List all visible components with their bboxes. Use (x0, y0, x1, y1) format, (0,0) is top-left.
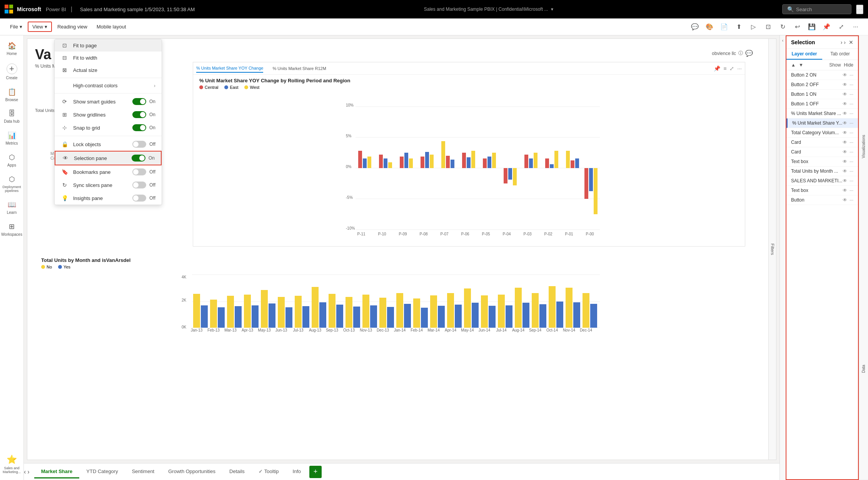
selection-pane-toggle[interactable] (132, 155, 145, 162)
sidebar-item-datahub[interactable]: 🗄 Data hub (1, 107, 23, 127)
row-more-icon[interactable]: ··· (850, 92, 853, 97)
visibility-icon[interactable]: 👁 (843, 197, 847, 203)
fit-icon-button[interactable]: ⊡ (762, 21, 774, 33)
menu-fit-to-width[interactable]: ⊟ Fit to width (55, 52, 162, 64)
menu-high-contrast[interactable]: High-contrast colors › (55, 80, 162, 92)
format-icon-button[interactable]: 📄 (718, 21, 730, 33)
selection-row-btn1off[interactable]: Button 1 OFF 👁 ··· (786, 99, 858, 109)
visibility-icon[interactable]: 👁 (843, 130, 847, 135)
tab-next-button[interactable]: › (27, 468, 29, 475)
row-more-icon[interactable]: ··· (850, 168, 853, 174)
menu-sync-slicers[interactable]: ↻ Sync slicers pane Off (55, 178, 162, 192)
sidebar-item-sales[interactable]: ⭐ Sales and Marketing... (1, 452, 23, 477)
row-more-icon[interactable]: ··· (850, 72, 853, 78)
row-more-icon[interactable]: ··· (850, 120, 853, 126)
selection-row-card2[interactable]: Card 👁 ··· (786, 147, 858, 157)
smart-guides-toggle[interactable] (132, 98, 146, 105)
selection-row-textbox2[interactable]: Text box 👁 ··· (786, 186, 858, 195)
chart1-expand-icon[interactable]: ⤢ (729, 65, 734, 72)
visibility-icon[interactable]: 👁 (843, 178, 847, 183)
tab-sentiment[interactable]: Sentiment (125, 465, 162, 478)
tab-growth-opportunities[interactable]: Growth Opportunities (161, 465, 222, 478)
close-panel-icon[interactable]: ✕ (849, 39, 853, 45)
sidebar-item-learn[interactable]: 📖 Learn (1, 197, 23, 218)
tab-ytd-category[interactable]: YTD Category (79, 465, 125, 478)
visibility-icon[interactable]: 👁 (843, 149, 847, 155)
selection-row-btn2on[interactable]: Button 2 ON 👁 ··· (786, 70, 858, 80)
chart1-pin-icon[interactable]: 📌 (714, 65, 720, 72)
lock-toggle[interactable] (132, 141, 146, 148)
selection-row-total-units[interactable]: Total Units by Month ... 👁 ··· (786, 167, 858, 176)
row-more-icon[interactable]: ··· (850, 101, 853, 107)
selection-row-units-share[interactable]: % Units Market Share ... 👁 ··· (786, 109, 858, 118)
menu-bookmarks[interactable]: 🔖 Bookmarks pane Off (55, 165, 162, 178)
row-more-icon[interactable]: ··· (850, 188, 853, 193)
tab-tooltip[interactable]: ✓ Tooltip (252, 465, 286, 478)
expand-further-icon[interactable]: › (844, 39, 846, 45)
menu-actual-size[interactable]: ⊠ Actual size (55, 64, 162, 76)
comment-icon-button[interactable]: 💬 (689, 21, 701, 33)
present-icon-button[interactable]: ▷ (747, 21, 760, 33)
selection-row-sales-marketing[interactable]: SALES AND MARKETI... 👁 ··· (786, 176, 858, 186)
tab-market-share[interactable]: Market Share (34, 465, 80, 478)
menu-smart-guides[interactable]: ⟳ Show smart guides On (55, 95, 162, 108)
reading-view-button[interactable]: Reading view (53, 22, 91, 31)
visibility-icon[interactable]: 👁 (843, 168, 847, 174)
chat-button[interactable]: 💬 (745, 50, 753, 57)
visibility-icon[interactable]: 👁 (843, 82, 847, 87)
chart1-tab2[interactable]: % Units Market Share R12M (272, 65, 326, 72)
row-more-icon[interactable]: ··· (850, 140, 853, 145)
gridlines-toggle[interactable] (132, 111, 146, 118)
selection-row-total-cat[interactable]: Total Category Volum... 👁 ··· (786, 128, 858, 138)
menu-fit-to-page[interactable]: ⊡ Fit to page (55, 39, 162, 52)
selection-row-button[interactable]: Button 👁 ··· (786, 195, 858, 205)
collapse-panel-button[interactable]: ‹ (780, 35, 786, 480)
visualizations-panel-label[interactable]: Visualizations (859, 35, 868, 258)
menu-lock-objects[interactable]: 🔒 Lock objects Off (55, 138, 162, 151)
sidebar-item-apps[interactable]: ⬡ Apps (1, 150, 23, 170)
snap-toggle[interactable] (132, 124, 146, 131)
visibility-icon[interactable]: 👁 (843, 120, 847, 126)
sidebar-item-create[interactable]: + Create (1, 60, 23, 83)
sidebar-item-deployment[interactable]: ⬡ Deployment pipelines (1, 172, 23, 196)
sync-toggle[interactable] (132, 182, 146, 188)
expand-icon-button[interactable]: ⤢ (835, 21, 847, 33)
menu-snap-to-grid[interactable]: ⊹ Snap to grid On (55, 121, 162, 134)
selection-row-btn1on[interactable]: Button 1 ON 👁 ··· (786, 90, 858, 99)
row-more-icon[interactable]: ··· (850, 159, 853, 164)
selection-row-card1[interactable]: Card 👁 ··· (786, 138, 858, 147)
visibility-icon[interactable]: 👁 (843, 159, 847, 164)
visibility-icon[interactable]: 👁 (843, 101, 847, 107)
selection-row-textbox1[interactable]: Text box 👁 ··· (786, 157, 858, 167)
sidebar-item-home[interactable]: 🏠 Home (1, 38, 23, 59)
overflow-icon-button[interactable]: ··· (850, 21, 862, 33)
data-panel-label[interactable]: Data (859, 258, 868, 480)
file-menu-button[interactable]: File ▾ (6, 22, 26, 31)
insights-toggle[interactable] (132, 195, 146, 202)
selection-tab-layer[interactable]: Layer order (786, 49, 822, 60)
pin-icon-button[interactable]: 📌 (820, 21, 833, 33)
expand-right-icon[interactable]: › (841, 39, 843, 45)
theme-icon-button[interactable]: 🎨 (703, 21, 716, 33)
menu-gridlines[interactable]: ⊞ Show gridlines On (55, 108, 162, 121)
share-icon-button[interactable]: ⬆ (733, 21, 745, 33)
tab-prev-button[interactable]: ‹ (24, 468, 26, 475)
selection-row-btn2off[interactable]: Button 2 OFF 👁 ··· (786, 80, 858, 90)
refresh-icon-button[interactable]: ↻ (776, 21, 789, 33)
visibility-icon[interactable]: 👁 (843, 92, 847, 97)
selection-row-unit-yoy[interactable]: % Unit Market Share Y... 👁 ··· (786, 118, 858, 128)
chart1-more-icon[interactable]: ··· (737, 65, 742, 72)
sidebar-item-metrics[interactable]: 📊 Metrics (1, 128, 23, 148)
add-tab-button[interactable]: + (309, 466, 322, 478)
row-more-icon[interactable]: ··· (850, 149, 853, 155)
workspace-dropdown[interactable]: ▾ (551, 7, 553, 12)
sidebar-item-workspaces[interactable]: ⊞ Workspaces (1, 219, 23, 240)
row-more-icon[interactable]: ··· (850, 178, 853, 183)
view-menu-button[interactable]: View ▾ (28, 22, 52, 32)
row-more-icon[interactable]: ··· (850, 130, 853, 135)
bookmarks-toggle[interactable] (132, 168, 146, 175)
save-icon-button[interactable]: 💾 (806, 21, 818, 33)
menu-selection-pane[interactable]: 👁 Selection pane On (55, 151, 162, 165)
chart1-filter-icon[interactable]: ≡ (723, 65, 726, 72)
search-box[interactable]: 🔍 Search (782, 4, 851, 14)
